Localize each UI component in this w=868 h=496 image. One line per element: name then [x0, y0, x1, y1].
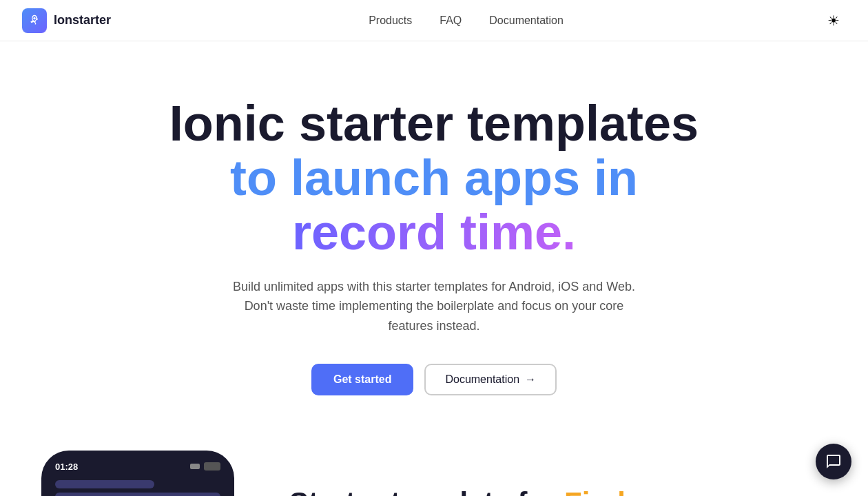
nav-link-products[interactable]: Products	[369, 14, 412, 27]
firebase-section: Starter template for Firebase	[289, 486, 827, 496]
brand-name: Ionstarter	[54, 13, 111, 28]
chat-icon	[825, 453, 842, 470]
documentation-button[interactable]: Documentation →	[424, 364, 557, 395]
chat-support-button[interactable]	[816, 444, 851, 479]
hero-title-line2: to launch apps in	[230, 151, 638, 205]
hero-section: Ionic starter templates to launch apps i…	[0, 41, 868, 437]
nav-links: Products FAQ Documentation	[369, 14, 564, 27]
arrow-icon: →	[525, 373, 536, 386]
hero-title-launch: launch apps in	[291, 150, 638, 205]
phone-controls	[190, 462, 220, 471]
nav-link-documentation[interactable]: Documentation	[489, 14, 564, 27]
documentation-button-label: Documentation	[445, 373, 519, 386]
bottom-section: 01:28 Starter template for Firebase	[0, 451, 868, 496]
theme-toggle-button[interactable]: ☀	[821, 8, 846, 33]
brand: Ionstarter	[22, 8, 111, 33]
rocket-icon	[28, 14, 41, 28]
phone-mockup: 01:28	[41, 451, 248, 496]
phone-time: 01:28	[55, 462, 78, 472]
hero-title-line3: record time.	[292, 205, 576, 260]
battery-icon	[204, 462, 220, 471]
phone-item-2	[55, 493, 220, 496]
navbar: Ionstarter Products FAQ Documentation ☀	[0, 0, 868, 41]
hero-title-line1: Ionic starter templates	[169, 96, 699, 151]
firebase-title-highlight: Firebase	[564, 486, 683, 496]
phone-status-bar: 01:28	[52, 462, 223, 472]
hero-subtitle: Build unlimited apps with this starter t…	[220, 277, 648, 336]
hero-title-to: to	[230, 150, 291, 205]
get-started-button[interactable]: Get started	[311, 364, 413, 395]
phone-shell: 01:28	[41, 451, 234, 496]
sun-icon: ☀	[827, 12, 840, 29]
phone-screen	[52, 477, 223, 496]
phone-item-1	[55, 480, 154, 488]
signal-bar	[190, 464, 200, 469]
firebase-title-static: Starter template for	[289, 486, 564, 496]
logo-icon	[22, 8, 47, 33]
nav-link-faq[interactable]: FAQ	[440, 14, 462, 27]
hero-buttons: Get started Documentation →	[311, 364, 557, 395]
hero-title-record: record time.	[292, 205, 576, 260]
firebase-title: Starter template for Firebase	[289, 486, 827, 496]
